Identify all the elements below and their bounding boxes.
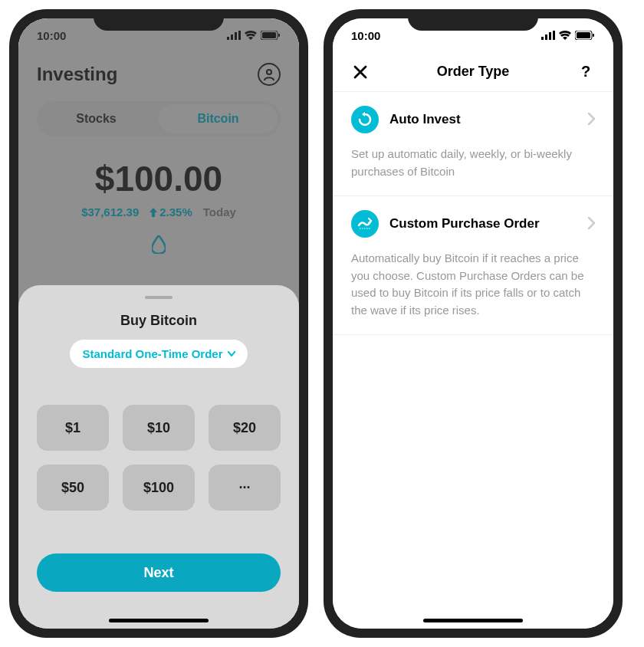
sheet-title: Buy Bitcoin bbox=[37, 313, 281, 329]
amount-button[interactable]: $10 bbox=[123, 405, 195, 451]
close-icon bbox=[353, 65, 367, 79]
option-description: Set up automatic daily, weekly, or bi-we… bbox=[351, 146, 595, 180]
notch bbox=[94, 9, 224, 31]
amount-button[interactable]: $20 bbox=[209, 405, 281, 451]
chevron-right-icon bbox=[588, 215, 595, 233]
phone-frame-right: 10:00 Order Type ? bbox=[324, 9, 623, 638]
option-custom-purchase[interactable]: Custom Purchase Order Automatically buy … bbox=[333, 196, 613, 334]
option-title: Auto Invest bbox=[389, 112, 577, 127]
svg-rect-8 bbox=[541, 37, 544, 40]
status-icons bbox=[541, 31, 595, 40]
chevron-down-icon bbox=[228, 351, 235, 356]
status-time: 10:00 bbox=[351, 29, 380, 42]
order-type-selector[interactable]: Standard One-Time Order bbox=[70, 340, 247, 368]
option-auto-invest[interactable]: Auto Invest Set up automatic daily, week… bbox=[333, 92, 613, 195]
custom-purchase-icon bbox=[351, 210, 379, 238]
order-type-label: Standard One-Time Order bbox=[82, 347, 222, 360]
option-description: Automatically buy Bitcoin if it reaches … bbox=[351, 250, 595, 319]
amount-grid: $1 $10 $20 $50 $100 ··· bbox=[37, 405, 281, 511]
buy-sheet: Buy Bitcoin Standard One-Time Order $1 $… bbox=[18, 285, 299, 629]
divider bbox=[333, 334, 613, 335]
svg-rect-13 bbox=[577, 32, 590, 38]
amount-button-more[interactable]: ··· bbox=[209, 465, 281, 511]
svg-rect-10 bbox=[549, 32, 551, 40]
home-indicator[interactable] bbox=[109, 619, 209, 622]
svg-rect-11 bbox=[553, 31, 555, 40]
next-button[interactable]: Next bbox=[37, 553, 281, 592]
close-button[interactable] bbox=[351, 65, 370, 79]
modal-title: Order Type bbox=[370, 64, 577, 80]
svg-rect-14 bbox=[593, 34, 594, 37]
battery-icon bbox=[575, 31, 595, 40]
screen: 10:00 Order Type ? bbox=[333, 18, 613, 629]
amount-button[interactable]: $50 bbox=[37, 465, 109, 511]
help-button[interactable]: ? bbox=[577, 63, 595, 80]
home-indicator[interactable] bbox=[423, 619, 523, 622]
cellular-icon bbox=[541, 31, 555, 40]
phone-frame-left: 10:00 Investing Stocks Bitcoin $100.00 bbox=[9, 9, 308, 638]
auto-invest-icon bbox=[351, 106, 379, 133]
amount-button[interactable]: $100 bbox=[123, 465, 195, 511]
wifi-icon bbox=[559, 31, 571, 40]
sheet-grabber[interactable] bbox=[145, 296, 172, 299]
amount-button[interactable]: $1 bbox=[37, 405, 109, 451]
svg-rect-9 bbox=[545, 34, 547, 40]
option-title: Custom Purchase Order bbox=[389, 216, 577, 232]
notch bbox=[408, 9, 538, 31]
screen: 10:00 Investing Stocks Bitcoin $100.00 bbox=[18, 18, 299, 629]
chevron-right-icon bbox=[588, 111, 595, 129]
